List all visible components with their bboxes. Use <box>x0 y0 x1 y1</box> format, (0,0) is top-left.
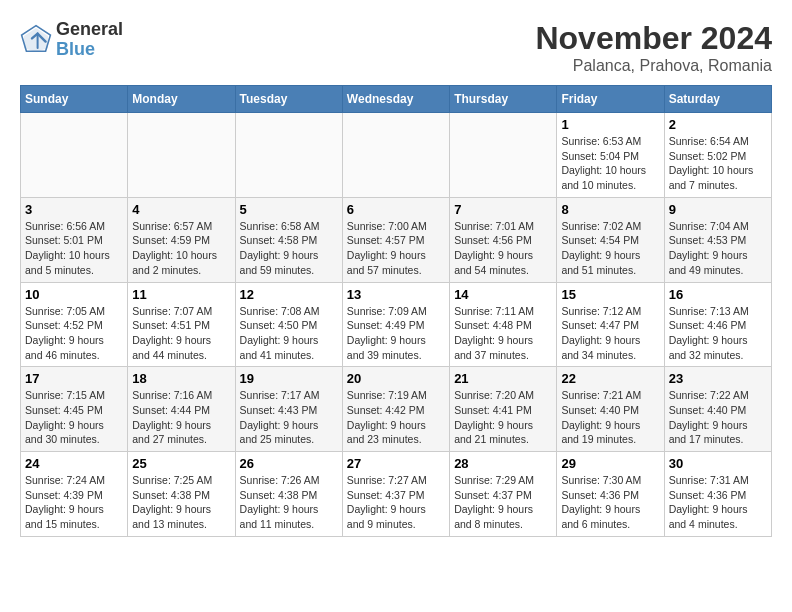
day-info: Sunrise: 7:20 AM Sunset: 4:41 PM Dayligh… <box>454 388 552 447</box>
calendar-cell <box>128 113 235 198</box>
calendar-week-row: 24Sunrise: 7:24 AM Sunset: 4:39 PM Dayli… <box>21 452 772 537</box>
day-number: 14 <box>454 287 552 302</box>
day-info: Sunrise: 7:02 AM Sunset: 4:54 PM Dayligh… <box>561 219 659 278</box>
logo-text: General Blue <box>56 20 123 60</box>
calendar-cell: 13Sunrise: 7:09 AM Sunset: 4:49 PM Dayli… <box>342 282 449 367</box>
calendar-cell: 6Sunrise: 7:00 AM Sunset: 4:57 PM Daylig… <box>342 197 449 282</box>
day-info: Sunrise: 7:15 AM Sunset: 4:45 PM Dayligh… <box>25 388 123 447</box>
calendar-cell: 16Sunrise: 7:13 AM Sunset: 4:46 PM Dayli… <box>664 282 771 367</box>
title-area: November 2024 Palanca, Prahova, Romania <box>535 20 772 75</box>
day-info: Sunrise: 7:09 AM Sunset: 4:49 PM Dayligh… <box>347 304 445 363</box>
day-number: 28 <box>454 456 552 471</box>
day-info: Sunrise: 7:08 AM Sunset: 4:50 PM Dayligh… <box>240 304 338 363</box>
day-of-week-header: Sunday <box>21 86 128 113</box>
calendar-week-row: 10Sunrise: 7:05 AM Sunset: 4:52 PM Dayli… <box>21 282 772 367</box>
calendar-cell <box>342 113 449 198</box>
calendar-cell: 21Sunrise: 7:20 AM Sunset: 4:41 PM Dayli… <box>450 367 557 452</box>
calendar-cell: 24Sunrise: 7:24 AM Sunset: 4:39 PM Dayli… <box>21 452 128 537</box>
calendar-cell: 7Sunrise: 7:01 AM Sunset: 4:56 PM Daylig… <box>450 197 557 282</box>
day-info: Sunrise: 7:29 AM Sunset: 4:37 PM Dayligh… <box>454 473 552 532</box>
month-title: November 2024 <box>535 20 772 57</box>
day-number: 20 <box>347 371 445 386</box>
day-info: Sunrise: 7:07 AM Sunset: 4:51 PM Dayligh… <box>132 304 230 363</box>
calendar-week-row: 3Sunrise: 6:56 AM Sunset: 5:01 PM Daylig… <box>21 197 772 282</box>
day-of-week-header: Thursday <box>450 86 557 113</box>
calendar-cell: 28Sunrise: 7:29 AM Sunset: 4:37 PM Dayli… <box>450 452 557 537</box>
calendar-cell: 25Sunrise: 7:25 AM Sunset: 4:38 PM Dayli… <box>128 452 235 537</box>
calendar-cell: 29Sunrise: 7:30 AM Sunset: 4:36 PM Dayli… <box>557 452 664 537</box>
day-number: 8 <box>561 202 659 217</box>
day-number: 22 <box>561 371 659 386</box>
day-info: Sunrise: 7:30 AM Sunset: 4:36 PM Dayligh… <box>561 473 659 532</box>
day-info: Sunrise: 7:21 AM Sunset: 4:40 PM Dayligh… <box>561 388 659 447</box>
day-number: 10 <box>25 287 123 302</box>
calendar-cell <box>21 113 128 198</box>
day-info: Sunrise: 6:54 AM Sunset: 5:02 PM Dayligh… <box>669 134 767 193</box>
calendar-cell: 18Sunrise: 7:16 AM Sunset: 4:44 PM Dayli… <box>128 367 235 452</box>
day-number: 7 <box>454 202 552 217</box>
day-number: 21 <box>454 371 552 386</box>
calendar-cell: 20Sunrise: 7:19 AM Sunset: 4:42 PM Dayli… <box>342 367 449 452</box>
day-number: 19 <box>240 371 338 386</box>
day-number: 6 <box>347 202 445 217</box>
day-number: 29 <box>561 456 659 471</box>
day-info: Sunrise: 7:05 AM Sunset: 4:52 PM Dayligh… <box>25 304 123 363</box>
calendar-cell: 5Sunrise: 6:58 AM Sunset: 4:58 PM Daylig… <box>235 197 342 282</box>
day-number: 25 <box>132 456 230 471</box>
calendar-cell: 9Sunrise: 7:04 AM Sunset: 4:53 PM Daylig… <box>664 197 771 282</box>
calendar-cell: 30Sunrise: 7:31 AM Sunset: 4:36 PM Dayli… <box>664 452 771 537</box>
day-number: 3 <box>25 202 123 217</box>
calendar-week-row: 17Sunrise: 7:15 AM Sunset: 4:45 PM Dayli… <box>21 367 772 452</box>
day-number: 30 <box>669 456 767 471</box>
day-info: Sunrise: 7:25 AM Sunset: 4:38 PM Dayligh… <box>132 473 230 532</box>
day-number: 27 <box>347 456 445 471</box>
calendar-cell: 12Sunrise: 7:08 AM Sunset: 4:50 PM Dayli… <box>235 282 342 367</box>
day-info: Sunrise: 7:24 AM Sunset: 4:39 PM Dayligh… <box>25 473 123 532</box>
day-info: Sunrise: 7:13 AM Sunset: 4:46 PM Dayligh… <box>669 304 767 363</box>
calendar-table: SundayMondayTuesdayWednesdayThursdayFrid… <box>20 85 772 537</box>
day-info: Sunrise: 7:27 AM Sunset: 4:37 PM Dayligh… <box>347 473 445 532</box>
day-info: Sunrise: 7:31 AM Sunset: 4:36 PM Dayligh… <box>669 473 767 532</box>
calendar-cell: 27Sunrise: 7:27 AM Sunset: 4:37 PM Dayli… <box>342 452 449 537</box>
day-info: Sunrise: 6:53 AM Sunset: 5:04 PM Dayligh… <box>561 134 659 193</box>
location-title: Palanca, Prahova, Romania <box>535 57 772 75</box>
day-number: 12 <box>240 287 338 302</box>
day-info: Sunrise: 7:12 AM Sunset: 4:47 PM Dayligh… <box>561 304 659 363</box>
calendar-cell: 1Sunrise: 6:53 AM Sunset: 5:04 PM Daylig… <box>557 113 664 198</box>
calendar-cell: 23Sunrise: 7:22 AM Sunset: 4:40 PM Dayli… <box>664 367 771 452</box>
calendar-cell: 2Sunrise: 6:54 AM Sunset: 5:02 PM Daylig… <box>664 113 771 198</box>
day-number: 24 <box>25 456 123 471</box>
day-of-week-header: Wednesday <box>342 86 449 113</box>
day-number: 1 <box>561 117 659 132</box>
day-info: Sunrise: 7:00 AM Sunset: 4:57 PM Dayligh… <box>347 219 445 278</box>
logo-icon <box>20 24 52 56</box>
day-number: 2 <box>669 117 767 132</box>
day-info: Sunrise: 7:17 AM Sunset: 4:43 PM Dayligh… <box>240 388 338 447</box>
day-info: Sunrise: 7:11 AM Sunset: 4:48 PM Dayligh… <box>454 304 552 363</box>
day-info: Sunrise: 6:58 AM Sunset: 4:58 PM Dayligh… <box>240 219 338 278</box>
day-number: 9 <box>669 202 767 217</box>
day-info: Sunrise: 7:26 AM Sunset: 4:38 PM Dayligh… <box>240 473 338 532</box>
day-number: 18 <box>132 371 230 386</box>
day-info: Sunrise: 7:22 AM Sunset: 4:40 PM Dayligh… <box>669 388 767 447</box>
day-info: Sunrise: 6:57 AM Sunset: 4:59 PM Dayligh… <box>132 219 230 278</box>
day-number: 23 <box>669 371 767 386</box>
day-info: Sunrise: 7:19 AM Sunset: 4:42 PM Dayligh… <box>347 388 445 447</box>
calendar-cell: 4Sunrise: 6:57 AM Sunset: 4:59 PM Daylig… <box>128 197 235 282</box>
day-number: 17 <box>25 371 123 386</box>
day-number: 13 <box>347 287 445 302</box>
day-number: 26 <box>240 456 338 471</box>
calendar-cell: 19Sunrise: 7:17 AM Sunset: 4:43 PM Dayli… <box>235 367 342 452</box>
calendar-cell <box>450 113 557 198</box>
header: General Blue November 2024 Palanca, Prah… <box>20 20 772 75</box>
day-of-week-header: Saturday <box>664 86 771 113</box>
page: General Blue November 2024 Palanca, Prah… <box>0 0 792 547</box>
day-number: 15 <box>561 287 659 302</box>
day-info: Sunrise: 7:04 AM Sunset: 4:53 PM Dayligh… <box>669 219 767 278</box>
day-info: Sunrise: 7:01 AM Sunset: 4:56 PM Dayligh… <box>454 219 552 278</box>
calendar-cell: 17Sunrise: 7:15 AM Sunset: 4:45 PM Dayli… <box>21 367 128 452</box>
day-number: 11 <box>132 287 230 302</box>
calendar-cell: 22Sunrise: 7:21 AM Sunset: 4:40 PM Dayli… <box>557 367 664 452</box>
calendar-cell: 3Sunrise: 6:56 AM Sunset: 5:01 PM Daylig… <box>21 197 128 282</box>
calendar-cell: 14Sunrise: 7:11 AM Sunset: 4:48 PM Dayli… <box>450 282 557 367</box>
